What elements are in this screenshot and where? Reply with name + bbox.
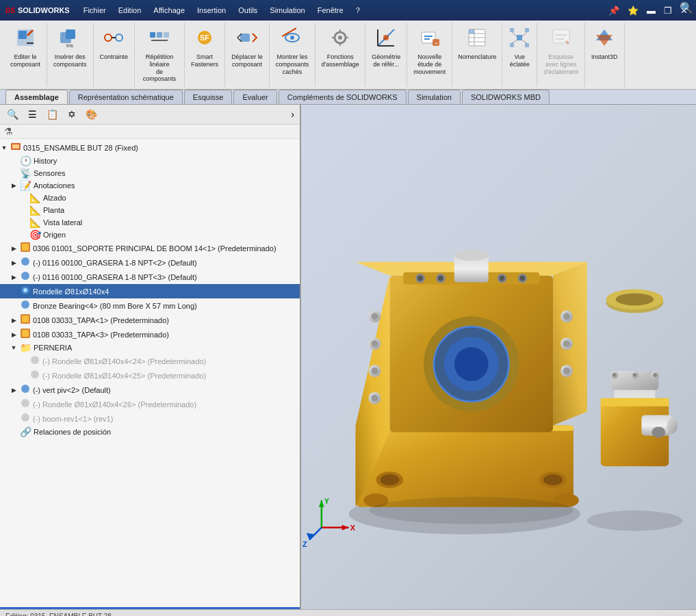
soporte-expand[interactable]: ▶ [10, 245, 18, 252]
sidebar-btn-2[interactable]: ☰ [24, 107, 41, 122]
tree-item-history[interactable]: 🕐 History [0, 155, 300, 167]
tree-item-grasera1[interactable]: ▶ (-) 0116 00100_GRASERA 1-8 NPT<2> (Def… [0, 255, 300, 270]
tree-item-rondelle26[interactable]: (-) Rondelle Ø81xØ140x4<26> (Predetermin… [0, 397, 300, 411]
tree-root[interactable]: ▼ 0315_ENSAMBLE BUT 28 (Fixed) [0, 140, 300, 155]
tree-item-relaciones[interactable]: 🔗 Relaciones de posición [0, 426, 300, 438]
sidebar-btn-5[interactable]: 🎨 [81, 107, 101, 122]
status-text: Editing: 0315_ENSAMBLE BUT 28 [5, 613, 112, 616]
search-icon[interactable]: 🔍 [680, 1, 693, 14]
svg-point-59 [23, 259, 27, 264]
tab-evaluer[interactable]: Evaluer [233, 90, 276, 104]
filter-icon[interactable]: ⚗ [4, 126, 13, 137]
contrainte-button[interactable]: Contrainte [96, 25, 132, 63]
smart-fasteners-button[interactable]: SF SmartFasteners [188, 25, 222, 70]
vue-eclatee-button[interactable]: Vueéclatée [505, 25, 534, 70]
sidebar-btn-3[interactable]: 📋 [42, 107, 62, 122]
relaciones-icon: 🔗 [20, 426, 31, 437]
tab-simulation[interactable]: Simulation [408, 90, 461, 104]
tapa3-expand[interactable]: ▶ [10, 331, 18, 338]
vp-expand[interactable]: ▶ [10, 387, 18, 394]
nomenclature-button[interactable]: Nomenclature [455, 25, 499, 63]
tapa1-icon [20, 313, 31, 326]
tree-item-rondelle24[interactable]: (-) Rondelle Ø81xØ140x4<24> (Predetermin… [0, 354, 300, 368]
geometrie-button[interactable]: Géométriede référ... [368, 25, 404, 70]
tree-item-anotaciones[interactable]: ▶ 📝 Anotaciones [0, 179, 300, 192]
window-minimize[interactable]: ▬ [644, 4, 658, 17]
tree-item-planta[interactable]: 📐 Planta [0, 204, 300, 216]
repetition-button[interactable]: Répétition linéairede composants [138, 25, 181, 85]
tree-item-vista-lateral[interactable]: 📐 Vista lateral [0, 216, 300, 229]
inserer-composants-button[interactable]: ins Insérer descomposants [50, 25, 90, 70]
sidebar-btn-4[interactable]: ✡ [64, 107, 80, 122]
tree-item-vertpiv[interactable]: ▶ (-) vert piv<2> (Default) [0, 383, 300, 397]
sidebar-btn-1[interactable]: 🔍 [3, 107, 23, 122]
anotaciones-expand[interactable]: ▶ [10, 182, 18, 189]
tree-item-soporte[interactable]: ▶ 0306 01001_SOPORTE PRINCIPAL DE BOOM 1… [0, 241, 300, 255]
menu-affichage[interactable]: Affichage [148, 5, 190, 16]
window-restore[interactable]: ❐ [661, 4, 675, 17]
svg-rect-10 [157, 32, 162, 38]
menu-fichier[interactable]: Fichier [78, 5, 112, 16]
svg-point-118 [380, 474, 399, 485]
geometrie-icon [375, 27, 397, 52]
grasera1-expand[interactable]: ▶ [10, 259, 18, 266]
tree-item-perneria[interactable]: ▼ 📁 PERNERIA [0, 342, 300, 354]
menu-simulation[interactable]: Simulation [264, 5, 310, 16]
tree-item-boom[interactable]: (-) boom-rev1<1> (rev1) [0, 411, 300, 426]
montrer-button[interactable]: Montrer lescomposantscachés [272, 25, 313, 77]
menu-help[interactable]: ? [350, 5, 365, 16]
r25-label: (-) Rondelle Ø81xØ140x4<25> (Predetermin… [42, 372, 206, 380]
editer-composant-button[interactable]: Editer lecomposant [7, 25, 44, 70]
nouvelle-etude-button[interactable]: + Nouvelleétude demouvement [410, 25, 449, 77]
svg-point-63 [23, 288, 27, 292]
tapa1-expand[interactable]: ▶ [10, 317, 18, 324]
tree-item-tapa3[interactable]: ▶ 0108 03033_TAPA<3> (Predeterminado) [0, 327, 300, 342]
tab-assemblage[interactable]: Assemblage [5, 90, 68, 104]
deplacer-button[interactable]: Déplacer lecomposant [228, 25, 266, 70]
svg-point-96 [417, 275, 423, 281]
ribbon-group-vue: Vueéclatée [502, 23, 537, 87]
svg-point-112 [563, 313, 570, 320]
svg-point-79 [23, 415, 27, 420]
viewport-3d-area[interactable]: Y X Z [301, 105, 696, 609]
tab-mbd[interactable]: SOLIDWORKS MBD [462, 90, 550, 104]
tree-item-origen[interactable]: 🎯 Origen [0, 229, 300, 241]
svg-rect-129 [601, 398, 669, 406]
instant3d-button[interactable]: Instant3D [588, 25, 621, 63]
svg-rect-55 [12, 144, 19, 149]
menu-outils[interactable]: Outils [233, 5, 263, 16]
svg-rect-11 [164, 32, 169, 38]
menu-edition[interactable]: Edition [113, 5, 147, 16]
tab-representation[interactable]: Représentation schématique [69, 90, 183, 104]
grasera2-icon [20, 270, 31, 283]
origen-expand [19, 231, 27, 239]
ribbon-group-instant3d: Instant3D [585, 23, 625, 87]
origen-icon: 🎯 [29, 229, 41, 240]
tree-item-rondelle[interactable]: Rondelle Ø81xØ140x4 [0, 284, 300, 298]
fonctions-button[interactable]: Fonctionsd'assemblage [318, 25, 362, 70]
history-label: History [34, 157, 57, 165]
tree-item-grasera2[interactable]: ▶ (-) 0116 00100_GRASERA 1-8 NPT<3> (Def… [0, 270, 300, 284]
tree-item-tapa1[interactable]: ▶ 0108 03033_TAPA<1> (Predeterminado) [0, 313, 300, 327]
tree-item-alzado[interactable]: 📐 Alzado [0, 192, 300, 204]
ribbon-group-fonctions: Fonctionsd'assemblage [315, 23, 365, 87]
tree-item-rondelle25[interactable]: (-) Rondelle Ø81xØ140x4<25> (Predetermin… [0, 368, 300, 383]
tree-item-sensores[interactable]: 📡 Sensores [0, 167, 300, 179]
tree-root-expand[interactable]: ▼ [0, 144, 8, 151]
esquisse-button[interactable]: Esquisseavec lignesd'éclatement [540, 25, 582, 77]
viewport[interactable]: Y X Z [301, 105, 696, 609]
main-area: 🔍 ☰ 📋 ✡ 🎨 › ⚗ ▼ 0315_ENSAMBLE BUT 28 (Fi… [0, 105, 696, 609]
tree-item-bronze[interactable]: Bronze Bearing<4> (80 mm Bore X 57 mm Lo… [0, 298, 300, 313]
menu-insertion[interactable]: Insertion [192, 5, 231, 16]
perneria-expand[interactable]: ▼ [10, 344, 18, 351]
pin-icon[interactable]: 📌 [606, 4, 622, 17]
grasera2-expand[interactable]: ▶ [10, 274, 18, 281]
sidebar-expand-btn[interactable]: › [288, 107, 297, 121]
repetition-label: Répétition linéairede composants [141, 53, 178, 83]
star-icon[interactable]: ⭐ [625, 4, 641, 17]
tab-complements[interactable]: Compléments de SOLIDWORKS [279, 90, 407, 104]
tab-esquisse[interactable]: Esquisse [184, 90, 233, 104]
menu-fenetre[interactable]: Fenêtre [312, 5, 349, 16]
contrainte-icon [103, 27, 125, 52]
ribbon-group-smart: SF SmartFasteners [185, 23, 225, 87]
